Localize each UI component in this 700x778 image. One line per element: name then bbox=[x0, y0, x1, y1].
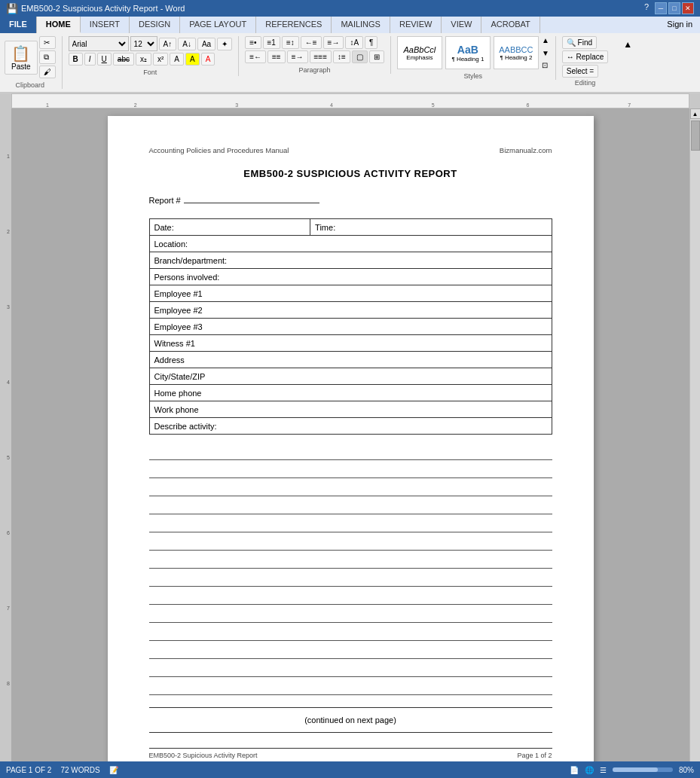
show-hide-button[interactable]: ¶ bbox=[365, 36, 378, 49]
header-right: Bizmanualz.com bbox=[500, 146, 552, 154]
minimize-button[interactable]: ─ bbox=[655, 2, 667, 14]
paste-button[interactable]: 📋 Paste bbox=[5, 41, 38, 75]
view-outline-icon[interactable]: ☰ bbox=[600, 766, 607, 774]
bold-button[interactable]: B bbox=[69, 53, 83, 66]
time-label: Time: bbox=[310, 219, 552, 236]
numbering-button[interactable]: ≡1 bbox=[263, 36, 280, 49]
activity-line bbox=[149, 642, 552, 659]
select-button[interactable]: Select = bbox=[562, 65, 598, 78]
report-number-line: Report # bbox=[149, 194, 552, 205]
page-count: PAGE 1 OF 2 bbox=[6, 766, 51, 774]
style-heading2[interactable]: AABBCC ¶ Heading 2 bbox=[494, 36, 539, 69]
tab-view[interactable]: VIEW bbox=[442, 17, 481, 33]
vertical-scrollbar[interactable]: ▲ ▼ bbox=[689, 108, 700, 778]
view-print-icon[interactable]: 📄 bbox=[570, 766, 579, 774]
document-area[interactable]: Accounting Policies and Procedures Manua… bbox=[11, 108, 689, 778]
font-label: Font bbox=[69, 69, 233, 76]
footer-left: EMB500-2 Supicious Activity Report bbox=[149, 752, 258, 759]
cut-button[interactable]: ✂ bbox=[39, 36, 56, 49]
ruler-scale: 1 2 3 4 5 6 7 bbox=[11, 93, 689, 108]
align-center-button[interactable]: ≡≡ bbox=[267, 50, 286, 63]
font-name-select[interactable]: Arial bbox=[69, 36, 129, 51]
activity-line bbox=[149, 588, 552, 605]
location-label: Location: bbox=[149, 236, 552, 252]
employee3-label: Employee #3 bbox=[149, 319, 552, 335]
copy-button[interactable]: ⧉ bbox=[39, 50, 56, 64]
change-case-button[interactable]: Aa bbox=[197, 38, 216, 50]
tab-insert[interactable]: INSERT bbox=[81, 17, 130, 33]
underline-button[interactable]: U bbox=[97, 53, 112, 66]
title-bar-title: EMB500-2 Suspicious Activity Report - Wo… bbox=[21, 4, 185, 13]
status-bar: PAGE 1 OF 2 72 WORDS 📝 📄 🌐 ☰ 80% bbox=[0, 761, 700, 778]
tab-home[interactable]: HOME bbox=[37, 17, 81, 33]
table-row: Employee #1 bbox=[149, 285, 552, 302]
activity-line bbox=[149, 570, 552, 587]
close-button[interactable]: ✕ bbox=[682, 2, 694, 14]
address-label: Address bbox=[149, 352, 552, 368]
shrink-font-button[interactable]: A↓ bbox=[178, 38, 196, 50]
increase-indent-button[interactable]: ≡→ bbox=[323, 36, 344, 49]
font-size-select[interactable]: 12 bbox=[130, 36, 157, 51]
tab-review[interactable]: REVIEW bbox=[390, 17, 442, 33]
borders-button[interactable]: ⊞ bbox=[369, 50, 384, 63]
workphone-label: Work phone bbox=[149, 401, 552, 418]
justify-button[interactable]: ≡≡≡ bbox=[310, 50, 332, 63]
page-area: 1 2 3 4 5 6 7 8 Accounting Policies and … bbox=[0, 108, 700, 778]
format-painter-button[interactable]: 🖌 bbox=[39, 66, 56, 78]
style-heading1[interactable]: AaB ¶ Heading 1 bbox=[445, 36, 491, 69]
style-emphasis[interactable]: AaBbCcl Emphasis bbox=[397, 36, 442, 69]
grow-font-button[interactable]: A↑ bbox=[159, 38, 177, 50]
align-left-button[interactable]: ≡← bbox=[245, 50, 266, 63]
sort-button[interactable]: ↕A bbox=[345, 36, 363, 49]
tab-file[interactable]: FILE bbox=[0, 17, 37, 33]
activity-line bbox=[149, 480, 552, 496]
tab-mailings[interactable]: MAILINGS bbox=[332, 17, 390, 33]
tab-design[interactable]: DESIGN bbox=[130, 17, 180, 33]
form-table: Date: Time: Location: Branch/department:… bbox=[149, 218, 552, 435]
table-row: Persons involved: bbox=[149, 269, 552, 285]
line-spacing-button[interactable]: ↕≡ bbox=[333, 50, 350, 63]
tab-acrobat[interactable]: ACROBAT bbox=[481, 17, 540, 33]
help-button[interactable]: ? bbox=[640, 2, 653, 14]
font-color-button[interactable]: A bbox=[201, 53, 216, 66]
align-right-button[interactable]: ≡→ bbox=[287, 50, 308, 63]
tab-references[interactable]: REFERENCES bbox=[256, 17, 332, 33]
citystate-label: City/State/ZIP bbox=[149, 368, 552, 385]
view-web-icon[interactable]: 🌐 bbox=[585, 766, 594, 774]
activity-line bbox=[149, 516, 552, 532]
title-bar-controls[interactable]: ? ─ □ ✕ bbox=[640, 2, 694, 14]
styles-scroll[interactable]: ▲ ▼ ⊡ bbox=[542, 36, 549, 69]
activity-line bbox=[149, 679, 552, 695]
replace-button[interactable]: ↔ Replace bbox=[562, 50, 608, 63]
employee2-label: Employee #2 bbox=[149, 302, 552, 319]
text-effect-button[interactable]: A bbox=[170, 53, 184, 66]
page-footer: EMB500-2 Supicious Activity Report Page … bbox=[149, 748, 552, 759]
employee1-label: Employee #1 bbox=[149, 285, 552, 302]
scroll-up-button[interactable]: ▲ bbox=[690, 108, 701, 119]
find-button[interactable]: 🔍 Find bbox=[562, 36, 597, 49]
decrease-indent-button[interactable]: ←≡ bbox=[301, 36, 322, 49]
bullets-button[interactable]: ≡• bbox=[245, 36, 261, 49]
maximize-button[interactable]: □ bbox=[668, 2, 680, 14]
multilevel-button[interactable]: ≡↕ bbox=[282, 36, 299, 49]
activity-line bbox=[149, 534, 552, 551]
shading-button[interactable]: ▢ bbox=[352, 50, 368, 63]
table-row: Address bbox=[149, 352, 552, 368]
ribbon-collapse-button[interactable]: ▲ bbox=[620, 36, 635, 53]
report-underline bbox=[184, 194, 319, 203]
ribbon-tabs: FILE HOME INSERT DESIGN PAGE LAYOUT REFE… bbox=[0, 17, 700, 33]
superscript-button[interactable]: x² bbox=[153, 53, 168, 66]
strikethrough-button[interactable]: abc bbox=[113, 53, 134, 66]
tab-page-layout[interactable]: PAGE LAYOUT bbox=[180, 17, 256, 33]
scroll-thumb[interactable] bbox=[691, 121, 700, 151]
subscript-button[interactable]: x₂ bbox=[136, 53, 151, 66]
italic-button[interactable]: I bbox=[84, 53, 96, 66]
clear-format-button[interactable]: ✦ bbox=[217, 38, 232, 50]
table-row: Home phone bbox=[149, 385, 552, 401]
sign-in-link[interactable]: Sign in bbox=[659, 17, 700, 33]
highlight-button[interactable]: A bbox=[185, 53, 200, 66]
clipboard-label: Clipboard bbox=[5, 81, 56, 89]
table-row: City/State/ZIP bbox=[149, 368, 552, 385]
zoom-slider[interactable] bbox=[613, 767, 673, 772]
table-row: Location: bbox=[149, 236, 552, 252]
